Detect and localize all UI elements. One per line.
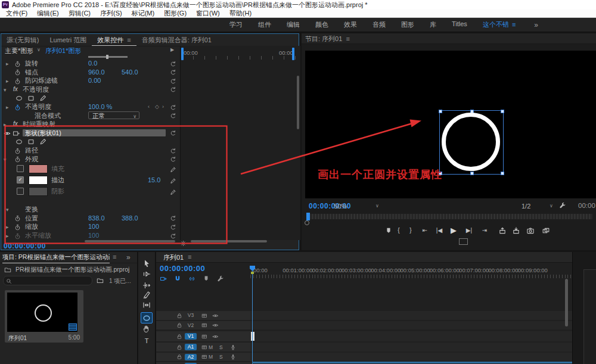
program-scrub-bar[interactable] (306, 214, 592, 219)
media-browser-icon[interactable] (97, 276, 104, 284)
reset-icon[interactable] (170, 232, 176, 239)
track-output-eye-icon[interactable] (212, 322, 219, 329)
ellipse-mask-icon[interactable] (15, 138, 23, 145)
stopwatch-icon[interactable] (14, 69, 21, 76)
selection-handle[interactable] (501, 110, 504, 113)
project-file-row[interactable]: PR根据锚点来做一个图形运动动画.prproj (0, 265, 137, 273)
track-lock-icon[interactable] (176, 344, 182, 350)
chevron-down-icon[interactable]: ∨ (375, 203, 379, 209)
track-target-V1[interactable]: V1 (185, 333, 197, 340)
timeline-settings-icon[interactable] (217, 275, 224, 282)
sequence-name[interactable]: 序列01 (8, 334, 27, 343)
color-swatch[interactable] (29, 164, 48, 173)
property-value[interactable]: 838.0 (88, 214, 105, 222)
chevron-down-icon[interactable]: ∨ (37, 47, 41, 52)
mute-button[interactable]: M (209, 354, 213, 360)
stopwatch-icon[interactable] (14, 214, 21, 222)
scrub-handle-icon[interactable] (305, 220, 309, 225)
next-keyframe-icon[interactable]: › (162, 103, 164, 110)
property-value[interactable]: 100.0 % (88, 103, 112, 110)
solo-button[interactable]: S (219, 354, 223, 360)
add-marker-icon[interactable] (203, 275, 210, 282)
menu-item[interactable]: 图形(G) (159, 10, 191, 17)
panel-tab[interactable]: 音频剪辑混合器: 序列01 (136, 35, 217, 45)
hand-tool[interactable] (142, 325, 151, 333)
ellipse-mask-icon[interactable] (15, 94, 23, 102)
menu-item[interactable]: 编辑(E) (32, 10, 64, 17)
eyedropper-icon[interactable] (170, 165, 176, 173)
step-back-button[interactable]: |◀ (436, 226, 442, 235)
workspace-tab[interactable]: Titles (444, 20, 475, 29)
zoom-level-select[interactable]: 50% (334, 203, 347, 210)
reset-icon[interactable] (170, 60, 176, 67)
panel-menu-icon[interactable]: ≡ (125, 36, 131, 43)
stopwatch-icon[interactable] (14, 103, 21, 111)
razor-tool[interactable] (142, 291, 151, 299)
eyedropper-icon[interactable] (170, 176, 176, 184)
eyedropper-icon[interactable] (170, 188, 176, 195)
effect-controls-timecode[interactable]: 00:00:00:00 (4, 242, 46, 250)
twirl-icon[interactable]: ▾ (6, 206, 9, 213)
twirl-icon[interactable]: ▾ (4, 86, 7, 94)
reset-icon[interactable] (170, 155, 176, 163)
menu-item[interactable]: 窗口(W) (191, 10, 225, 17)
export-frame-icon[interactable] (527, 226, 535, 235)
ellipse-tool[interactable] (141, 312, 153, 323)
twirl-icon[interactable]: ▸ (6, 104, 9, 111)
selection-handle[interactable] (439, 110, 442, 113)
step-forward-button[interactable]: ▶| (466, 226, 472, 235)
twirl-icon[interactable]: ▸ (6, 60, 9, 67)
lift-icon[interactable] (499, 226, 507, 235)
layer-name[interactable]: 形状(形状01) (23, 129, 166, 136)
layer-visibility-eye-icon[interactable] (4, 129, 11, 137)
workspace-tab[interactable]: 图形 (393, 20, 422, 29)
stopwatch-icon[interactable] (14, 223, 21, 231)
effects-play-icon[interactable]: ▶ (170, 47, 174, 52)
effect-controls-mini-timeline[interactable]: 00:00 00:00 (180, 46, 300, 240)
track-target-A1[interactable]: A1 (185, 344, 197, 350)
button-editor[interactable] (459, 238, 468, 245)
menu-item[interactable]: 序列(S) (95, 10, 127, 17)
selection-tool[interactable] (142, 259, 151, 267)
timeline-timecode[interactable]: 00:00:00:00 (160, 264, 205, 273)
track-lane-A1[interactable] (250, 343, 572, 351)
ripple-edit-tool[interactable] (142, 281, 151, 290)
property-value[interactable]: 0.0 (88, 60, 97, 67)
snap-icon[interactable] (174, 275, 181, 282)
go-to-in-button[interactable]: ⇤ (423, 226, 427, 235)
stopwatch-icon[interactable] (14, 147, 21, 154)
stopwatch-icon[interactable] (14, 232, 21, 239)
project-tab[interactable]: 项目: PR根据锚点来做一个图形运动动画 (2, 253, 110, 263)
property-value[interactable]: 100 (88, 223, 99, 230)
workspace-tab[interactable]: 库 (422, 20, 444, 29)
color-swatch[interactable] (29, 176, 48, 185)
mark-out-button[interactable]: } (409, 226, 411, 235)
twirl-icon[interactable]: ▸ (4, 121, 7, 128)
reset-icon[interactable] (170, 103, 176, 111)
mark-in-button[interactable]: { (398, 226, 399, 235)
mute-button[interactable]: M (209, 344, 213, 350)
swatch-checkbox[interactable] (17, 165, 24, 172)
stopwatch-icon[interactable] (14, 155, 21, 163)
workspace-tab[interactable]: 学习 (222, 20, 250, 29)
timeline-vscrollbar[interactable] (565, 279, 568, 326)
track-output-eye-icon[interactable] (212, 312, 219, 319)
type-tool[interactable]: T (142, 337, 151, 345)
track-target-V3[interactable]: V3 (185, 312, 197, 319)
sync-lock-icon[interactable] (201, 334, 207, 340)
slip-tool[interactable] (142, 301, 151, 309)
property-value[interactable]: 540.0 (122, 69, 138, 76)
sequence-thumbnail[interactable] (7, 293, 77, 332)
prev-keyframe-icon[interactable]: ‹ (148, 103, 150, 110)
rect-mask-icon[interactable] (27, 138, 35, 145)
chevron-down-icon[interactable]: ∨ (133, 113, 136, 120)
workspace-tab[interactable]: 效果 (336, 20, 365, 29)
sync-lock-icon[interactable] (201, 313, 207, 319)
reset-icon[interactable] (170, 112, 176, 120)
mini-timeline-hscrollbar[interactable] (191, 240, 267, 242)
reset-icon[interactable] (170, 214, 176, 222)
linked-selection-icon[interactable] (188, 275, 195, 282)
twirl-icon[interactable]: ▸ (6, 232, 9, 239)
reset-icon[interactable] (170, 223, 176, 231)
twirl-icon[interactable]: ▸ (6, 77, 9, 85)
